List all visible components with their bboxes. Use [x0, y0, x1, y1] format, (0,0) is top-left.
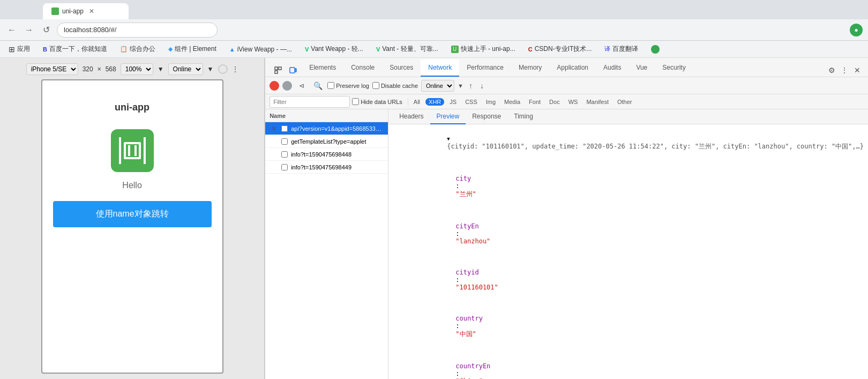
- forward-button[interactable]: →: [23, 24, 35, 36]
- tab-title: uni-app: [62, 8, 84, 15]
- settings-icon[interactable]: ⚙: [825, 64, 838, 77]
- throttle-select[interactable]: Online: [421, 80, 454, 92]
- close-item-1-icon[interactable]: ✕: [270, 124, 278, 133]
- bookmark-label: Vant - 轻量、可靠...: [382, 44, 438, 54]
- network-item-3[interactable]: info?t=1590475698448: [265, 148, 388, 161]
- navigate-button[interactable]: 使用name对象跳转: [53, 201, 212, 227]
- disable-cache-label[interactable]: Disable cache: [372, 82, 418, 89]
- preserve-log-checkbox[interactable]: [327, 82, 334, 89]
- address-input[interactable]: [57, 23, 218, 38]
- record-button[interactable]: [270, 81, 279, 91]
- bookmark-translate[interactable]: 译 百度翻译: [601, 43, 641, 55]
- filter-tag-doc[interactable]: Doc: [546, 98, 563, 106]
- detail-tab-response[interactable]: Response: [466, 109, 507, 124]
- reload-button[interactable]: ↺: [40, 24, 53, 36]
- bookmark-office[interactable]: 📋 综合办公: [117, 43, 159, 55]
- tab-memory[interactable]: Memory: [511, 60, 549, 77]
- detail-tab-headers[interactable]: Headers: [393, 109, 430, 124]
- filter-tag-other[interactable]: Other: [614, 98, 635, 106]
- tab-sources[interactable]: Sources: [382, 60, 421, 77]
- devtools-panel: Elements Console Sources Network Perform…: [265, 58, 868, 379]
- bookmark-vant-weapp[interactable]: V Vant Weapp - 轻...: [302, 43, 366, 55]
- tab-console[interactable]: Console: [343, 60, 382, 77]
- stop-button[interactable]: [282, 81, 292, 91]
- filter-tag-all[interactable]: All: [410, 98, 423, 106]
- bookmark-vant[interactable]: V Vant - 轻量、可靠...: [373, 43, 442, 55]
- inspect-icon[interactable]: [272, 64, 285, 77]
- more-options-icon[interactable]: ⋮: [232, 65, 238, 73]
- zoom-select[interactable]: 100%: [121, 63, 153, 75]
- network-item-3-checkbox[interactable]: [281, 151, 288, 158]
- tab-vue[interactable]: Vue: [628, 60, 655, 77]
- device-width: 320: [83, 65, 93, 73]
- bookmark-label: 百度翻译: [612, 44, 638, 54]
- main-content: iPhone 5/SE 320 × 568 100% ▼ Online ▼ ⋮: [0, 58, 868, 379]
- network-item-3-name: info?t=1590475698448: [291, 151, 351, 158]
- preserve-log-label[interactable]: Preserve log: [327, 82, 369, 89]
- tab-application[interactable]: Application: [549, 60, 596, 77]
- tab-network[interactable]: Network: [421, 60, 459, 77]
- network-item-2-checkbox[interactable]: [281, 138, 288, 145]
- tab-performance[interactable]: Performance: [459, 60, 511, 77]
- device-toggle-icon[interactable]: [287, 64, 300, 77]
- more-devtools-icon[interactable]: ⋮: [838, 64, 851, 77]
- app-title: uni-app: [115, 102, 149, 113]
- close-devtools-icon[interactable]: ✕: [851, 64, 864, 77]
- json-val-cityid: "101160101": [455, 284, 498, 291]
- profile-icon[interactable]: ●: [850, 24, 863, 36]
- root-expand-arrow[interactable]: [447, 135, 453, 142]
- bookmark-iview[interactable]: ▲ iView Weapp - —...: [226, 44, 295, 54]
- active-tab[interactable]: uni-app ✕: [43, 3, 129, 19]
- network-item-2[interactable]: getTemplateList?type=applet: [265, 135, 388, 148]
- json-key-cityid: cityid: [455, 269, 478, 276]
- network-select[interactable]: Online: [168, 63, 203, 75]
- detail-tab-timing[interactable]: Timing: [507, 109, 540, 124]
- bookmark-label: Vant Weapp - 轻...: [311, 44, 363, 54]
- filter-tag-js[interactable]: JS: [446, 98, 460, 106]
- filter-tag-media[interactable]: Media: [501, 98, 523, 106]
- network-item-1-name: api?version=v1&appid=58685332&ap...: [291, 125, 384, 132]
- json-val-cityen: "lanzhou": [455, 237, 490, 245]
- baidu-icon: B: [43, 46, 47, 53]
- json-cityen-line: cityEn : "lanzhou": [393, 207, 864, 253]
- hide-data-urls-checkbox[interactable]: [352, 98, 359, 105]
- filter-tag-ws[interactable]: WS: [565, 98, 581, 106]
- search-icon[interactable]: 🔍: [311, 79, 324, 92]
- tab-audits[interactable]: Audits: [596, 60, 628, 77]
- back-button[interactable]: ←: [5, 24, 18, 36]
- hide-data-urls-label[interactable]: Hide data URLs: [352, 98, 402, 105]
- bookmark-apps[interactable]: ⊞ 应用: [5, 43, 33, 55]
- detail-tab-preview[interactable]: Preview: [430, 109, 466, 124]
- bookmark-uni-app[interactable]: U 快速上手 - uni-ap...: [448, 43, 519, 55]
- json-key-countryen: countryEn: [455, 362, 490, 370]
- filter-tag-font[interactable]: Font: [526, 98, 544, 106]
- filter-tag-img[interactable]: Img: [483, 98, 499, 106]
- tab-favicon: [51, 8, 59, 15]
- bookmark-element[interactable]: ◆ 组件 | Element: [165, 43, 220, 55]
- throttle-arrow-icon: ▼: [458, 83, 463, 89]
- filter-input[interactable]: [270, 96, 350, 108]
- bookmark-csdn[interactable]: C CSDN-专业IT技术...: [525, 43, 595, 55]
- bookmark-baidu[interactable]: B 百度一下，你就知道: [40, 43, 110, 55]
- network-item-4-checkbox[interactable]: [281, 164, 288, 170]
- phone-frame: uni-app Hello 使用name对象跳转: [41, 79, 223, 374]
- bookmark-profile[interactable]: [648, 44, 663, 55]
- network-item-1[interactable]: ✕ api?version=v1&appid=58685332&ap...: [265, 122, 388, 135]
- tab-close-icon[interactable]: ✕: [89, 8, 94, 15]
- tab-security[interactable]: Security: [655, 60, 693, 77]
- iview-icon: ▲: [229, 46, 235, 53]
- json-city-line: city : "兰州": [393, 159, 864, 207]
- dimension-x: ×: [98, 65, 101, 73]
- network-item-1-checkbox[interactable]: [281, 125, 288, 132]
- tab-elements[interactable]: Elements: [302, 60, 343, 77]
- office-icon: 📋: [120, 46, 128, 53]
- device-model-select[interactable]: iPhone 5/SE: [26, 63, 78, 75]
- filter-tag-css[interactable]: CSS: [462, 98, 481, 106]
- browser-frame: uni-app ✕ ← → ↺ ● ⊞ 应用 B 百度一下，你就知道 📋 综合办…: [0, 0, 868, 379]
- network-item-4[interactable]: info?t=1590475698449: [265, 161, 388, 174]
- disable-cache-checkbox[interactable]: [372, 82, 379, 89]
- filter-tag-xhr[interactable]: XHR: [425, 98, 444, 106]
- json-val-country: "中国": [455, 330, 476, 338]
- filter-icon[interactable]: ⊲: [295, 79, 308, 92]
- filter-tag-manifest[interactable]: Manifest: [583, 98, 612, 106]
